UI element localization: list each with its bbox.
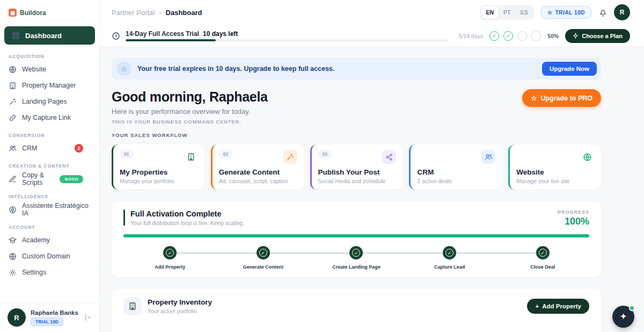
trial-badge: TRIAL 10D — [31, 317, 63, 326]
section-title-intelligence: INTELLIGENCE — [0, 187, 99, 201]
breadcrumb-parent[interactable]: Partner Portal — [112, 9, 155, 17]
sidebar-item-crm[interactable]: CRM 2 — [0, 140, 99, 156]
accent-bar — [123, 210, 125, 226]
crm-count-badge: 2 — [75, 144, 83, 153]
sidebar-item-label: Property Manager — [22, 82, 76, 89]
ai-assistant-fab[interactable]: ✦ — [612, 306, 634, 328]
sidebar-item-landing-pages[interactable]: Landing Pages — [0, 93, 99, 110]
workflow-card-my-properties[interactable]: 01 My Properties Manage your portfolio — [112, 145, 204, 190]
section-title-creation-content: CREATION & CONTENT — [0, 156, 99, 171]
building-icon — [9, 82, 17, 90]
globe-icon — [581, 150, 595, 164]
section-title-conversion: CONVERSION — [0, 126, 99, 140]
globe-icon — [9, 252, 17, 261]
timeline-step-label: Create Landing Page — [332, 264, 380, 270]
clock-icon — [112, 32, 120, 40]
sidebar-item-label: Copy & Scripts — [22, 171, 54, 186]
timeline-step-label: Add Property — [155, 264, 185, 270]
greeting-section: Good morning, Raphaela Here is your perf… — [112, 89, 601, 125]
timeline-step-capture-lead: ✓ Capture Lead — [403, 246, 496, 270]
topbar: Partner Portal › Dashboard EN PT ES ☆ TR… — [100, 0, 644, 25]
card-subtitle: Manage your live site — [516, 178, 595, 184]
avatar[interactable]: R — [614, 4, 630, 20]
check-circle-icon: ✓ — [536, 246, 550, 259]
upgrade-to-pro-button[interactable]: ☆ Upgrade to PRO — [522, 89, 601, 107]
inventory-subtitle: Your active portfolio — [148, 308, 212, 314]
trial-progress-fill — [126, 39, 216, 41]
sidebar-item-dashboard[interactable]: Dashboard — [4, 26, 95, 45]
activation-subtitle: Your full distribution loop is live. Kee… — [130, 220, 244, 226]
trial-title: 14-Day Full Access Trial — [126, 30, 199, 38]
workflow-card-generate-content[interactable]: 02 Generate Content Ad, carousel, script… — [211, 145, 304, 190]
bell-icon[interactable] — [598, 8, 608, 17]
trial-step-pending-icon — [531, 31, 541, 41]
sidebar: ▦ Buildora Dashboard ACQUISITION Website… — [0, 0, 100, 332]
timeline-step-add-property: ✓ Add Property — [123, 246, 217, 270]
card-title: Website — [516, 168, 595, 176]
choose-plan-button[interactable]: Choose a Plan — [565, 29, 630, 43]
logout-icon[interactable] — [84, 314, 92, 321]
globe-icon — [9, 66, 17, 74]
add-property-label: Add Property — [542, 303, 581, 309]
add-property-button[interactable]: + Add Property — [527, 299, 589, 314]
language-pt-button[interactable]: PT — [499, 6, 516, 19]
workflow-cards: 01 My Properties Manage your portfolio 0… — [112, 145, 601, 190]
star-icon: ☆ — [117, 62, 131, 76]
workflow-section-label: YOUR SALES WORKFLOW — [112, 132, 601, 138]
sidebar-item-website[interactable]: Website — [0, 61, 99, 77]
progress-value: 100% — [558, 216, 589, 227]
plus-icon: + — [535, 303, 539, 309]
trial-progress-bar: 14-Day Full Access Trial 10 days left 5/… — [100, 25, 644, 47]
language-en-button[interactable]: EN — [481, 6, 499, 19]
sparkle-icon — [573, 33, 579, 39]
sidebar-item-academy[interactable]: Academy — [0, 232, 99, 248]
sidebar-item-custom-domain[interactable]: Custom Domain — [0, 248, 99, 264]
sidebar-item-label: Website — [22, 66, 46, 73]
check-circle-icon: ✓ — [257, 246, 270, 259]
banner-message: Your free trial expires in 10 days. Upgr… — [137, 65, 334, 73]
property-inventory-card: Property Inventory Your active portfolio… — [112, 289, 601, 332]
language-switcher: EN PT ES — [480, 5, 534, 20]
section-title-acquisition: ACQUISITION — [0, 47, 99, 61]
user-name: Raphaela Banks — [31, 309, 78, 316]
timeline-step-generate-content: ✓ Generate Content — [217, 246, 310, 270]
activation-title: Full Activation Complete — [130, 210, 244, 218]
page-title: Good morning, Raphaela — [112, 89, 268, 105]
sidebar-item-label: Landing Pages — [22, 98, 67, 105]
card-subtitle: Ad, carousel, script, caption — [219, 178, 297, 184]
sidebar-item-assistente-estrategico-ia[interactable]: Assistente Estratégico IA — [0, 201, 99, 218]
trial-status-pill[interactable]: ☆ TRIAL 10D — [540, 6, 592, 19]
users-icon — [481, 150, 495, 164]
sidebar-item-label: CRM — [22, 145, 37, 152]
progress-label: PROGRESS — [558, 210, 589, 215]
novo-badge: NOVO — [60, 175, 83, 183]
stat-value-1: 2 — [123, 329, 240, 332]
users-icon — [9, 145, 17, 153]
sidebar-item-copy-scripts[interactable]: Copy & Scripts NOVO — [0, 171, 99, 187]
card-title: Generate Content — [219, 168, 297, 176]
timeline-step-label: Generate Content — [243, 264, 284, 270]
app-window: ▦ Buildora Dashboard ACQUISITION Website… — [0, 0, 644, 332]
sidebar-item-label: Academy — [22, 236, 50, 244]
language-es-button[interactable]: ES — [516, 6, 533, 19]
choose-plan-label: Choose a Plan — [582, 33, 623, 39]
workflow-card-crm[interactable]: CRM 2 active deals — [409, 145, 502, 190]
main-area: Partner Portal › Dashboard EN PT ES ☆ TR… — [100, 0, 644, 332]
greeting-tagline: THIS IS YOUR BUSINESS COMMAND CENTER. — [112, 119, 268, 125]
star-icon: ☆ — [531, 94, 537, 102]
upgrade-now-button[interactable]: Upgrade Now — [542, 62, 597, 76]
workflow-card-publish-your-post[interactable]: 03 Publish Your Post Social media and sc… — [310, 145, 403, 190]
sidebar-item-property-manager[interactable]: Property Manager — [0, 77, 99, 93]
wand-icon — [9, 98, 17, 106]
card-subtitle: Manage your portfolio — [120, 178, 198, 184]
logo-text: Buildora — [20, 9, 46, 17]
workflow-card-website[interactable]: Website Manage your live site — [508, 145, 601, 190]
card-title: My Properties — [120, 168, 198, 176]
sidebar-item-settings[interactable]: Settings — [0, 264, 99, 280]
trial-step-done-icon: ✓ — [503, 31, 513, 41]
trial-percent: 50% — [547, 33, 559, 39]
pen-icon — [9, 175, 17, 183]
avatar[interactable]: R — [8, 308, 26, 327]
sidebar-item-my-capture-link[interactable]: My Capture Link — [0, 110, 99, 126]
upgrade-pro-label: Upgrade to PRO — [540, 95, 592, 102]
